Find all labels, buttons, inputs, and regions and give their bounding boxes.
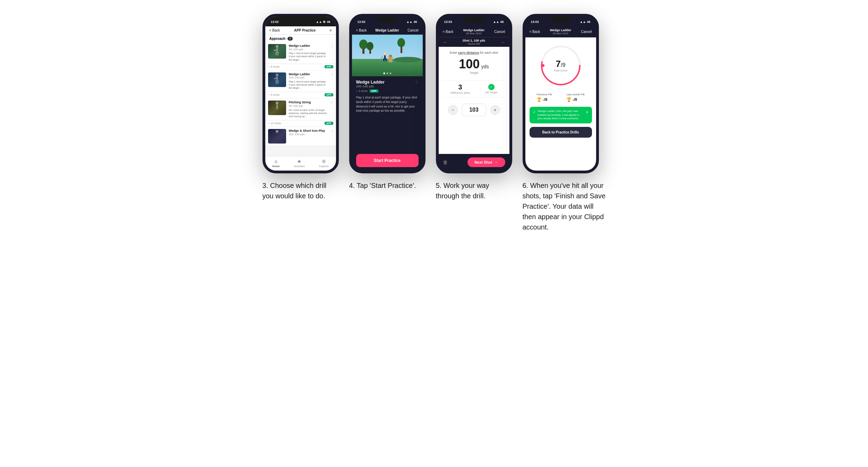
drill-thumb-2 (268, 72, 286, 87)
image-dots (383, 72, 391, 74)
back-button-1[interactable]: < Back (269, 28, 280, 32)
status-bar-4: 13:03 ▲▲ 46 (525, 17, 596, 26)
next-shot-arrow-top[interactable]: → (500, 40, 505, 45)
hit-target-stat: ✓ Hit Target (485, 84, 497, 94)
shot-label-3: Shot 1, 100 yds (463, 39, 485, 42)
decrement-button[interactable]: − (448, 105, 458, 115)
prev-shot-arrow[interactable]: ← (443, 40, 448, 45)
star-icon-4[interactable]: ☆ (330, 129, 333, 144)
nav-title-2: Wedge Ladder (375, 28, 399, 32)
phone1-container: 13:02 ▲▲ ⊕ 46 < Back APP Practice ≡ Appr… (263, 14, 339, 201)
svg-point-15 (394, 57, 421, 62)
trophy-icon-1: 🏆 (536, 97, 542, 102)
score-value: 7/9 (553, 59, 567, 68)
svg-point-5 (276, 73, 278, 76)
time-2: 13:02 (358, 20, 366, 24)
arrow-right-icon: → (495, 160, 498, 164)
bottom-nav-activities[interactable]: ♣ Activities (294, 158, 305, 168)
shots-label-2: ○ 9 shots (268, 93, 280, 96)
drill-desc-3: Hit 1 shot at each of the 10 target dist… (289, 109, 327, 118)
shots-label-1: ○ 9 shots (268, 65, 280, 68)
stats-row-3: 3 Difference (yds) ✓ Hit Target (443, 80, 505, 97)
svg-point-31 (542, 64, 544, 67)
time-1: 13:02 (271, 20, 279, 24)
bottom-nav-home[interactable]: ⌂ Home (272, 158, 280, 168)
drill-item-1[interactable]: Wedge Ladder 50–100 yds Play 1 shot at e… (265, 42, 336, 70)
drill-range-4: 100–140 yds (289, 133, 327, 136)
section-count-1: 7 (287, 37, 292, 41)
next-shot-button[interactable]: Next Shot → (467, 157, 505, 167)
shot-input[interactable]: 103 (462, 104, 486, 116)
star-icon-3[interactable]: ☆ (330, 101, 333, 118)
status-bar-1: 13:02 ▲▲ ⊕ 46 (265, 17, 336, 26)
cancel-button-4[interactable]: Cancel (581, 30, 592, 34)
svg-rect-11 (276, 104, 278, 109)
app-badge-detail-2: APP (370, 89, 378, 93)
wifi-icon-1: ⊕ (323, 20, 326, 24)
drill-item-3[interactable]: Pitching String 55–100 yds Hit 1 shot at… (265, 98, 336, 127)
results-content-4: 7/9 Total Score Previous PB 🏆 -/9 (525, 37, 596, 171)
drill-thumb-3 (268, 101, 286, 115)
last-month-pb: Last month PB 🏆 -/9 (566, 93, 584, 102)
success-toast: ✓ 'Wedge Ladder (100–140 yds)' was creat… (530, 107, 592, 123)
status-icons-1: ▲▲ ⊕ 46 (316, 20, 330, 24)
bottom-nav-capture[interactable]: ⊕ Capture (319, 158, 329, 168)
phone4-screen: 13:03 ▲▲ 46 < Back Wedge Ladder 06 Mar 2… (525, 17, 596, 171)
dot-1 (383, 72, 385, 74)
increment-button[interactable]: + (490, 105, 500, 115)
svg-rect-1 (276, 48, 278, 53)
drill-desc-1: Play 1 shot at each target yardage. If y… (289, 52, 327, 61)
nav-title-4: Wedge Ladder (550, 28, 571, 32)
drill-item-2[interactable]: Wedge Ladder 100–140 yds Play 1 shot at … (265, 70, 336, 99)
back-button-2[interactable]: < Back (356, 28, 367, 32)
back-to-drills-button[interactable]: Back to Practice Drills (530, 127, 592, 138)
back-button-4[interactable]: < Back (530, 30, 540, 34)
check-icon-toast: ✓ (533, 110, 536, 115)
caption-4: 6. When you've hit all your shots, tap '… (523, 180, 606, 232)
status-icons-2: ▲▲ 46 (406, 20, 417, 24)
battery-1: 46 (327, 20, 330, 24)
star-icon-1[interactable]: ☆ (330, 44, 333, 61)
app-badge-3: APP (325, 122, 333, 125)
clock-icon-1: ○ (268, 65, 270, 68)
svg-point-19 (367, 42, 373, 50)
svg-rect-23 (384, 55, 386, 59)
cancel-button-2[interactable]: Cancel (407, 28, 418, 32)
drill-title-2: Wedge Ladder (289, 72, 327, 76)
star-icon-detail-2[interactable]: ☆ (415, 80, 419, 85)
activities-icon: ♣ (298, 158, 301, 164)
nav-title-3: Wedge Ladder (463, 28, 484, 32)
toast-close-button[interactable]: × (586, 110, 588, 115)
phone4: 13:03 ▲▲ 46 < Back Wedge Ladder 06 Mar 2… (523, 14, 599, 173)
caption-3: 5. Work your way through the drill. (436, 180, 505, 201)
hit-target-icon: ✓ (488, 84, 495, 90)
previous-pb-value: 🏆 -/9 (536, 97, 552, 102)
shot-nav-3: ← Shot 1, 100 yds Score 5/9 → (439, 37, 509, 47)
drill-detail-range-2: 100–140 yds (356, 85, 385, 88)
nav-date-3: 06 Mar 2023 (463, 32, 484, 35)
difference-label: Difference (yds) (450, 91, 470, 94)
phone3: 13:03 ▲▲ 46 < Back Wedge Ladder 06 Mar 2… (436, 14, 512, 173)
cancel-button-3[interactable]: Cancel (494, 30, 505, 34)
section-label-1: Approach (269, 37, 286, 41)
signal-icon-4: ▲▲ (580, 20, 586, 24)
drill-thumb-4 (268, 129, 286, 144)
drill-item-4[interactable]: Wedge & Short Iron Play 100–140 yds ☆ (265, 127, 336, 146)
drill-info-1: Wedge Ladder 50–100 yds Play 1 shot at e… (289, 44, 327, 61)
nav-bar-2: < Back Wedge Ladder Cancel (352, 26, 423, 35)
drill-detail-desc-2: Play 1 shot at each target yardage. If y… (356, 95, 419, 113)
signal-icon-3: ▲▲ (493, 20, 499, 24)
home-icon: ⌂ (274, 158, 277, 164)
caption-2: 4. Tap 'Start Practice'. (349, 180, 416, 191)
menu-icon-1[interactable]: ≡ (330, 28, 332, 32)
start-practice-button[interactable]: Start Practice (356, 154, 419, 167)
drill-info-3: Pitching String 55–100 yds Hit 1 shot at… (289, 101, 327, 118)
shots-label-3: ○ 10 shots (268, 122, 281, 125)
score-circle: 7/9 Total Score (538, 43, 583, 88)
star-icon-2[interactable]: ☆ (330, 72, 333, 90)
back-button-3[interactable]: < Back (443, 30, 454, 34)
section-header-1: Approach 7 (265, 35, 336, 42)
delete-icon[interactable]: 🗑 (443, 159, 448, 165)
shot-entry-3: Enter carry distance for each shot 100 y… (439, 47, 509, 154)
drill-title-3: Pitching String (289, 101, 327, 104)
